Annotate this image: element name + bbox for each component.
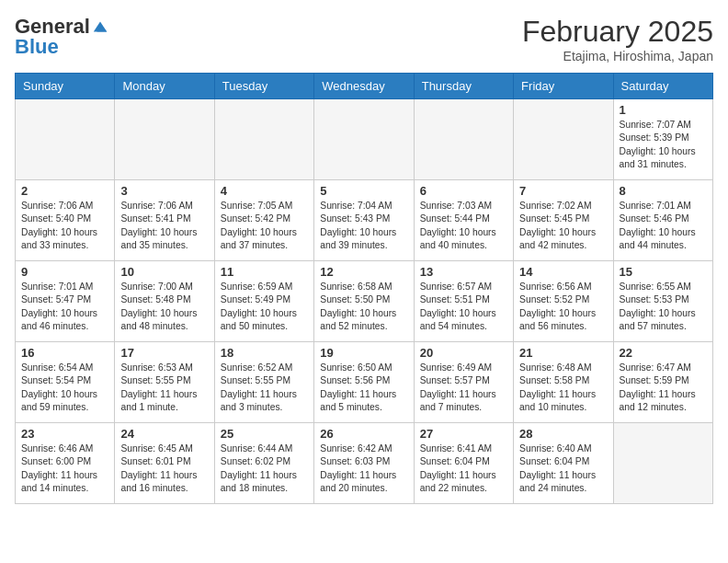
day-number: 11 xyxy=(221,265,308,279)
calendar-cell: 2Sunrise: 7:06 AM Sunset: 5:40 PM Daylig… xyxy=(16,180,115,261)
calendar-cell xyxy=(414,99,513,180)
weekday-header-thursday: Thursday xyxy=(414,74,513,99)
calendar-cell xyxy=(514,99,613,180)
calendar-cell: 24Sunrise: 6:45 AM Sunset: 6:01 PM Dayli… xyxy=(115,423,214,504)
calendar-cell: 19Sunrise: 6:50 AM Sunset: 5:56 PM Dayli… xyxy=(314,342,414,423)
cell-content: Sunrise: 7:03 AM Sunset: 5:44 PM Dayligh… xyxy=(420,200,507,253)
day-number: 9 xyxy=(21,265,108,279)
day-number: 23 xyxy=(21,427,108,441)
calendar-cell: 4Sunrise: 7:05 AM Sunset: 5:42 PM Daylig… xyxy=(214,180,313,261)
calendar-cell: 3Sunrise: 7:06 AM Sunset: 5:41 PM Daylig… xyxy=(115,180,214,261)
cell-content: Sunrise: 6:57 AM Sunset: 5:51 PM Dayligh… xyxy=(420,281,507,334)
cell-content: Sunrise: 7:02 AM Sunset: 5:45 PM Dayligh… xyxy=(519,200,607,253)
weekday-header-monday: Monday xyxy=(115,74,214,99)
calendar-cell: 15Sunrise: 6:55 AM Sunset: 5:53 PM Dayli… xyxy=(613,261,712,342)
day-number: 21 xyxy=(519,346,607,360)
weekday-header-saturday: Saturday xyxy=(613,74,712,99)
day-number: 20 xyxy=(420,346,507,360)
cell-content: Sunrise: 6:49 AM Sunset: 5:57 PM Dayligh… xyxy=(420,362,507,415)
cell-content: Sunrise: 6:47 AM Sunset: 5:59 PM Dayligh… xyxy=(620,362,707,415)
calendar-cell: 26Sunrise: 6:42 AM Sunset: 6:03 PM Dayli… xyxy=(314,423,414,504)
location-subtitle: Etajima, Hiroshima, Japan xyxy=(522,49,713,63)
day-number: 18 xyxy=(221,346,308,360)
cell-content: Sunrise: 6:46 AM Sunset: 6:00 PM Dayligh… xyxy=(21,442,108,496)
week-row-2: 2Sunrise: 7:06 AM Sunset: 5:40 PM Daylig… xyxy=(16,180,713,261)
cell-content: Sunrise: 6:40 AM Sunset: 6:04 PM Dayligh… xyxy=(519,442,607,496)
cell-content: Sunrise: 7:01 AM Sunset: 5:46 PM Dayligh… xyxy=(620,200,707,253)
day-number: 17 xyxy=(120,346,208,360)
calendar-cell: 13Sunrise: 6:57 AM Sunset: 5:51 PM Dayli… xyxy=(414,261,513,342)
day-number: 1 xyxy=(620,103,707,117)
calendar-cell: 8Sunrise: 7:01 AM Sunset: 5:46 PM Daylig… xyxy=(613,180,712,261)
cell-content: Sunrise: 6:48 AM Sunset: 5:58 PM Dayligh… xyxy=(519,362,607,415)
logo-blue-text: Blue xyxy=(15,35,59,59)
day-number: 24 xyxy=(120,427,208,441)
calendar-cell: 1Sunrise: 7:07 AM Sunset: 5:39 PM Daylig… xyxy=(613,99,712,180)
day-number: 25 xyxy=(221,427,308,441)
logo: General Blue xyxy=(15,15,108,59)
calendar-cell xyxy=(613,423,712,504)
calendar-cell: 28Sunrise: 6:40 AM Sunset: 6:04 PM Dayli… xyxy=(514,423,613,504)
calendar-cell: 27Sunrise: 6:41 AM Sunset: 6:04 PM Dayli… xyxy=(414,423,513,504)
cell-content: Sunrise: 7:07 AM Sunset: 5:39 PM Dayligh… xyxy=(620,119,707,172)
logo-icon xyxy=(92,18,108,35)
calendar-cell: 12Sunrise: 6:58 AM Sunset: 5:50 PM Dayli… xyxy=(314,261,414,342)
cell-content: Sunrise: 7:06 AM Sunset: 5:41 PM Dayligh… xyxy=(120,200,208,253)
calendar-cell: 6Sunrise: 7:03 AM Sunset: 5:44 PM Daylig… xyxy=(414,180,513,261)
day-number: 13 xyxy=(420,265,507,279)
cell-content: Sunrise: 6:59 AM Sunset: 5:49 PM Dayligh… xyxy=(221,281,308,334)
cell-content: Sunrise: 6:42 AM Sunset: 6:03 PM Dayligh… xyxy=(320,442,407,496)
calendar-cell xyxy=(214,99,313,180)
day-number: 7 xyxy=(519,184,607,198)
day-number: 16 xyxy=(21,346,108,360)
calendar-cell: 14Sunrise: 6:56 AM Sunset: 5:52 PM Dayli… xyxy=(514,261,613,342)
cell-content: Sunrise: 6:52 AM Sunset: 5:55 PM Dayligh… xyxy=(221,362,308,415)
day-number: 4 xyxy=(221,184,308,198)
week-row-1: 1Sunrise: 7:07 AM Sunset: 5:39 PM Daylig… xyxy=(16,99,713,180)
calendar-cell: 23Sunrise: 6:46 AM Sunset: 6:00 PM Dayli… xyxy=(16,423,115,504)
calendar-cell: 11Sunrise: 6:59 AM Sunset: 5:49 PM Dayli… xyxy=(214,261,313,342)
calendar-cell xyxy=(314,99,414,180)
calendar-cell: 20Sunrise: 6:49 AM Sunset: 5:57 PM Dayli… xyxy=(414,342,513,423)
cell-content: Sunrise: 6:56 AM Sunset: 5:52 PM Dayligh… xyxy=(519,281,607,334)
calendar-cell: 17Sunrise: 6:53 AM Sunset: 5:55 PM Dayli… xyxy=(115,342,214,423)
title-block: February 2025 Etajima, Hiroshima, Japan xyxy=(522,15,713,63)
cell-content: Sunrise: 6:50 AM Sunset: 5:56 PM Dayligh… xyxy=(320,362,407,415)
calendar-cell: 16Sunrise: 6:54 AM Sunset: 5:54 PM Dayli… xyxy=(16,342,115,423)
day-number: 2 xyxy=(21,184,108,198)
day-number: 8 xyxy=(620,184,707,198)
calendar-cell: 18Sunrise: 6:52 AM Sunset: 5:55 PM Dayli… xyxy=(214,342,313,423)
calendar-cell: 25Sunrise: 6:44 AM Sunset: 6:02 PM Dayli… xyxy=(214,423,313,504)
calendar-table: SundayMondayTuesdayWednesdayThursdayFrid… xyxy=(15,73,713,504)
cell-content: Sunrise: 7:05 AM Sunset: 5:42 PM Dayligh… xyxy=(221,200,308,253)
calendar-cell: 5Sunrise: 7:04 AM Sunset: 5:43 PM Daylig… xyxy=(314,180,414,261)
calendar-cell xyxy=(115,99,214,180)
day-number: 22 xyxy=(620,346,707,360)
cell-content: Sunrise: 7:06 AM Sunset: 5:40 PM Dayligh… xyxy=(21,200,108,253)
calendar-cell: 21Sunrise: 6:48 AM Sunset: 5:58 PM Dayli… xyxy=(514,342,613,423)
weekday-header-wednesday: Wednesday xyxy=(314,74,414,99)
cell-content: Sunrise: 6:55 AM Sunset: 5:53 PM Dayligh… xyxy=(620,281,707,334)
page-header: General Blue February 2025 Etajima, Hiro… xyxy=(15,15,713,63)
weekday-header-row: SundayMondayTuesdayWednesdayThursdayFrid… xyxy=(16,74,713,99)
weekday-header-friday: Friday xyxy=(514,74,613,99)
day-number: 5 xyxy=(320,184,407,198)
cell-content: Sunrise: 7:01 AM Sunset: 5:47 PM Dayligh… xyxy=(21,281,108,334)
day-number: 19 xyxy=(320,346,407,360)
calendar-cell: 10Sunrise: 7:00 AM Sunset: 5:48 PM Dayli… xyxy=(115,261,214,342)
cell-content: Sunrise: 7:04 AM Sunset: 5:43 PM Dayligh… xyxy=(320,200,407,253)
day-number: 3 xyxy=(120,184,208,198)
cell-content: Sunrise: 6:41 AM Sunset: 6:04 PM Dayligh… xyxy=(420,442,507,496)
day-number: 10 xyxy=(120,265,208,279)
weekday-header-tuesday: Tuesday xyxy=(214,74,313,99)
day-number: 28 xyxy=(519,427,607,441)
calendar-cell xyxy=(16,99,115,180)
day-number: 6 xyxy=(420,184,507,198)
calendar-cell: 9Sunrise: 7:01 AM Sunset: 5:47 PM Daylig… xyxy=(16,261,115,342)
month-year-title: February 2025 xyxy=(522,15,713,49)
day-number: 26 xyxy=(320,427,407,441)
cell-content: Sunrise: 6:58 AM Sunset: 5:50 PM Dayligh… xyxy=(320,281,407,334)
cell-content: Sunrise: 7:00 AM Sunset: 5:48 PM Dayligh… xyxy=(120,281,208,334)
day-number: 15 xyxy=(620,265,707,279)
calendar-cell: 22Sunrise: 6:47 AM Sunset: 5:59 PM Dayli… xyxy=(613,342,712,423)
